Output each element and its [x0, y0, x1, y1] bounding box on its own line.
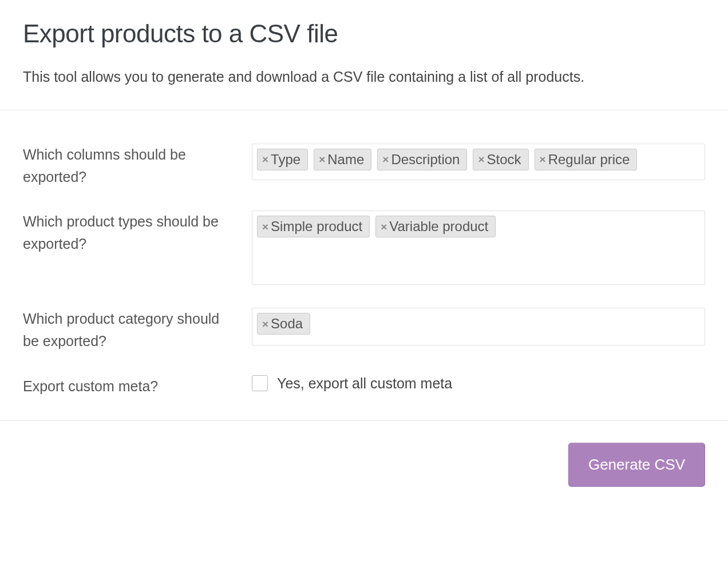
export-form: Which columns should be exported? × Type… — [0, 110, 728, 398]
meta-label: Export custom meta? — [23, 375, 238, 398]
types-label: Which product types should be exported? — [23, 210, 238, 255]
tag-stock[interactable]: × Stock — [473, 149, 528, 170]
tag-label: Name — [327, 153, 364, 166]
tag-label: Description — [391, 153, 460, 166]
tag-simple-product[interactable]: × Simple product — [257, 216, 370, 237]
tag-label: Soda — [271, 317, 303, 331]
remove-icon[interactable]: × — [540, 154, 546, 165]
columns-label: Which columns should be exported? — [23, 144, 238, 188]
tag-soda[interactable]: × Soda — [257, 313, 310, 335]
tag-label: Regular price — [548, 153, 630, 166]
remove-icon[interactable]: × — [262, 319, 268, 329]
generate-csv-button[interactable]: Generate CSV — [568, 443, 705, 487]
page-title: Export products to a CSV file — [23, 19, 705, 48]
tag-label: Stock — [487, 153, 521, 166]
remove-icon[interactable]: × — [319, 154, 325, 165]
remove-icon[interactable]: × — [262, 221, 268, 232]
remove-icon[interactable]: × — [262, 154, 268, 165]
row-category: Which product category should be exporte… — [23, 285, 705, 352]
category-label: Which product category should be exporte… — [23, 308, 238, 352]
tag-name[interactable]: × Name — [314, 149, 371, 170]
tag-label: Variable product — [389, 220, 488, 233]
row-meta: Export custom meta? Yes, export all cust… — [23, 352, 705, 398]
category-select[interactable]: × Soda — [252, 308, 705, 345]
tag-type[interactable]: × Type — [257, 149, 308, 170]
remove-icon[interactable]: × — [382, 154, 389, 165]
tag-regular-price[interactable]: × Regular price — [535, 149, 638, 170]
tag-label: Type — [271, 153, 300, 166]
row-types: Which product types should be exported? … — [23, 188, 705, 285]
types-select[interactable]: × Simple product × Variable product — [252, 210, 705, 285]
tag-description[interactable]: × Description — [377, 149, 467, 170]
tag-label: Simple product — [271, 220, 362, 233]
tag-variable-product[interactable]: × Variable product — [375, 216, 496, 237]
page-description: This tool allows you to generate and dow… — [23, 67, 705, 87]
meta-checkbox[interactable] — [252, 375, 268, 391]
columns-select[interactable]: × Type × Name × Description × Stock — [252, 144, 705, 180]
remove-icon[interactable]: × — [478, 154, 484, 165]
row-columns: Which columns should be exported? × Type… — [23, 121, 705, 188]
remove-icon[interactable]: × — [381, 221, 387, 232]
meta-checkbox-label: Yes, export all custom meta — [277, 375, 452, 392]
